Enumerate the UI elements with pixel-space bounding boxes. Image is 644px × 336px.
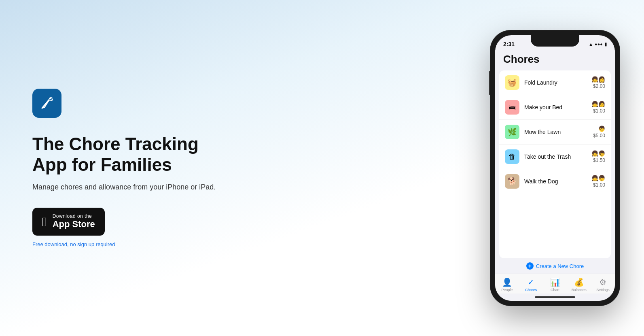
tab-settings[interactable]: ⚙ Settings [591,277,615,292]
app-store-button[interactable]:  Download on the App Store [32,208,105,235]
walk-dog-right: 👧👦 $1.00 [591,175,605,188]
tab-balances[interactable]: 💰 Balances [567,277,591,292]
bottom-area: + Create a New Chore [495,258,615,274]
fold-laundry-icon: 🧺 [505,75,519,90]
app-store-text: Download on the App Store [53,213,95,230]
chores-tab-icon: ✓ [527,277,534,287]
free-download-label: Free download, no sign up required [32,241,231,247]
chart-tab-label: Chart [551,288,559,292]
tab-people[interactable]: 👤 People [495,277,519,292]
fold-laundry-price: $2.00 [593,83,605,89]
status-icons: ▲ ●●● ▮ [589,42,607,47]
make-bed-icon: 🛏 [505,100,519,115]
chore-item-trash[interactable]: 🗑 Take out the Trash 👧👦 $1.50 [499,145,611,169]
chore-item-mow-lawn[interactable]: 🌿 Mow the Lawn 👦 $5.00 [499,120,611,145]
mow-lawn-price: $5.00 [593,133,605,138]
trash-price: $1.50 [593,157,605,163]
settings-tab-icon: ⚙ [599,277,606,287]
walk-dog-name: Walk the Dog [524,178,587,185]
subheadline: Manage chores and allowance from your iP… [32,183,231,191]
make-bed-right: 👧👩 $1.00 [591,101,605,114]
trash-avatars: 👧👦 [591,150,605,157]
home-bar [535,296,575,298]
chore-item-fold-laundry[interactable]: 🧺 Fold Laundry 👧👩 $2.00 [499,70,611,95]
tab-chart[interactable]: 📊 Chart [543,277,567,292]
balances-tab-label: Balances [572,288,587,292]
create-chore-button[interactable]: + Create a New Chore [526,262,584,270]
wifi-icon: ▲ [589,42,593,47]
phone-notch [531,35,579,47]
tab-bar: 👤 People ✓ Chores 📊 Chart 💰 Balances ⚙ [495,274,615,293]
headline: The Chore Tracking App for Families [32,134,231,175]
create-chore-label: Create a New Chore [536,263,584,269]
mow-lawn-right: 👦 $5.00 [593,125,605,138]
walk-dog-icon: 🐕 [505,174,519,189]
apple-logo-icon:  [42,215,47,228]
trash-name: Take out the Trash [524,153,587,160]
walk-dog-avatars: 👧👦 [591,175,605,181]
make-bed-name: Make your Bed [524,104,587,111]
phone-screen: 2:31 ▲ ●●● ▮ Chores 🧺 Fold Laundry 👧👩 [495,35,615,301]
screen-title: Chores [503,53,607,66]
app-icon [32,89,61,118]
signal-icon: ●●● [595,42,603,47]
chores-list: 🧺 Fold Laundry 👧👩 $2.00 🛏 Make your Bed … [499,70,611,258]
mow-lawn-name: Mow the Lawn [524,129,588,135]
fold-laundry-name: Fold Laundry [524,79,587,86]
mow-lawn-avatars: 👦 [598,125,605,132]
chart-tab-icon: 📊 [550,277,560,287]
make-bed-price: $1.00 [593,108,605,114]
walk-dog-price: $1.00 [593,182,605,188]
phone-frame: 2:31 ▲ ●●● ▮ Chores 🧺 Fold Laundry 👧👩 [490,30,620,306]
trash-icon: 🗑 [505,149,519,164]
chore-item-make-bed[interactable]: 🛏 Make your Bed 👧👩 $1.00 [499,95,611,120]
create-chore-plus-icon: + [526,262,534,270]
left-panel: The Chore Tracking App for Families Mana… [0,64,263,272]
people-tab-label: People [502,288,513,292]
trash-right: 👧👦 $1.50 [591,150,605,163]
settings-tab-label: Settings [596,288,610,292]
make-bed-avatars: 👧👩 [591,101,605,107]
status-time: 2:31 [503,41,515,47]
fold-laundry-avatars: 👧👩 [591,76,605,83]
mow-lawn-icon: 🌿 [505,125,519,139]
battery-icon: ▮ [604,42,607,47]
tab-chores[interactable]: ✓ Chores [519,277,543,292]
phone-mockup: 2:31 ▲ ●●● ▮ Chores 🧺 Fold Laundry 👧👩 [490,30,620,306]
screen-header: Chores [495,50,615,70]
fold-laundry-right: 👧👩 $2.00 [591,76,605,89]
balances-tab-icon: 💰 [574,277,584,287]
home-indicator [495,293,615,301]
chores-tab-label: Chores [525,288,537,292]
chore-item-walk-dog[interactable]: 🐕 Walk the Dog 👧👦 $1.00 [499,169,611,194]
people-tab-icon: 👤 [502,277,512,287]
